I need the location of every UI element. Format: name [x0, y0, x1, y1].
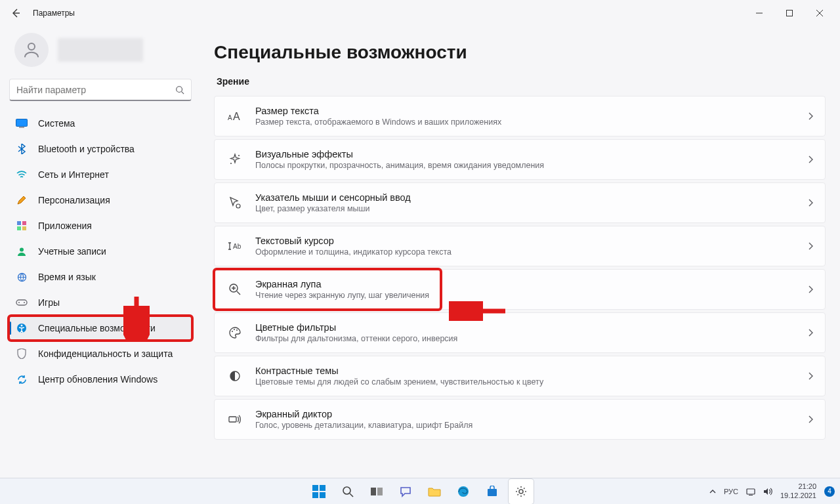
cursor-icon: [226, 194, 243, 211]
nav-item-label: Специальные возможности: [38, 323, 156, 333]
search-box[interactable]: [9, 79, 192, 101]
taskbar-taskview-button[interactable]: [364, 479, 389, 504]
card-text-cursor[interactable]: Ab Текстовый курсорОформление и толщина,…: [214, 226, 826, 266]
svg-point-24: [234, 329, 235, 330]
gamepad-icon: [16, 297, 28, 308]
minimize-button[interactable]: [744, 3, 774, 24]
nav-item-network[interactable]: Сеть и Интернет: [9, 163, 192, 186]
taskbar-start-button[interactable]: [306, 479, 331, 504]
main-content: Специальные возможности Зрение AA Размер…: [197, 26, 840, 478]
store-icon: [486, 486, 498, 497]
taskbar: РУС 21:20 19.12.2021 4: [0, 478, 840, 504]
account-block[interactable]: [9, 29, 192, 79]
tray-notification-count[interactable]: 4: [824, 486, 835, 497]
svg-rect-29: [320, 485, 326, 491]
maximize-icon: [786, 10, 793, 16]
svg-rect-36: [488, 489, 497, 496]
search-input[interactable]: [16, 85, 175, 95]
nav-item-apps[interactable]: Приложения: [9, 214, 192, 238]
card-mouse-pointer[interactable]: Указатель мыши и сенсорный вводЦвет, раз…: [214, 182, 826, 223]
chevron-right-icon: [808, 156, 813, 163]
svg-text:A: A: [228, 114, 232, 121]
close-button[interactable]: [805, 3, 835, 24]
tray-language[interactable]: РУС: [724, 488, 738, 495]
taskbar-search-button[interactable]: [335, 479, 360, 504]
card-desc: Оформление и толщина, индикатор курсора …: [255, 247, 808, 257]
card-title: Визуальные эффекты: [255, 149, 808, 159]
card-title: Цветные фильтры: [255, 322, 808, 333]
text-size-icon: AA: [226, 108, 243, 125]
windows-icon: [312, 485, 326, 498]
svg-rect-38: [747, 489, 755, 494]
svg-rect-28: [312, 485, 318, 491]
nav-item-label: Сеть и Интернет: [38, 169, 109, 180]
page-title: Специальные возможности: [214, 42, 826, 63]
card-desc: Фильтры для дальтонизма, оттенки серого,…: [255, 334, 808, 343]
back-button[interactable]: [5, 3, 26, 24]
nav-item-privacy[interactable]: Конфиденциальность и защита: [9, 342, 192, 366]
shield-icon: [16, 348, 28, 360]
taskbar-store-button[interactable]: [480, 479, 505, 504]
grid-icon: [16, 220, 28, 232]
card-visual-effects[interactable]: Визуальные эффектыПолосы прокрутки, проз…: [214, 139, 826, 180]
chevron-right-icon: [808, 372, 813, 380]
svg-rect-11: [16, 300, 27, 305]
tray-volume-icon[interactable]: [763, 488, 772, 495]
monitor-icon: [16, 117, 28, 129]
svg-point-1: [28, 43, 35, 50]
nav-item-bluetooth[interactable]: Bluetooth и устройства: [9, 137, 192, 161]
nav-item-label: Игры: [38, 297, 60, 308]
svg-rect-8: [22, 226, 26, 230]
person-icon: [16, 245, 28, 257]
svg-rect-6: [22, 221, 26, 225]
chevron-right-icon: [808, 112, 813, 120]
card-magnifier[interactable]: Экранная лупаЧтение через экранную лупу,…: [214, 269, 826, 310]
maximize-button[interactable]: [774, 3, 805, 24]
card-desc: Размер текста, отображаемого в Windows и…: [255, 117, 808, 127]
tray-chevron-up-icon[interactable]: [709, 489, 716, 494]
card-contrast-themes[interactable]: Контрастные темыЦветовые темы для людей …: [214, 356, 826, 396]
contrast-icon: [226, 368, 243, 385]
nav-item-label: Bluetooth и устройства: [38, 144, 135, 154]
nav-item-accessibility[interactable]: Специальные возможности: [9, 316, 192, 340]
card-title: Указатель мыши и сенсорный ввод: [255, 192, 808, 203]
tray-date: 19.12.2021: [780, 492, 816, 500]
nav-item-label: Учетные записи: [38, 246, 106, 257]
svg-point-2: [177, 86, 182, 92]
svg-point-19: [230, 163, 232, 164]
sparkle-icon: [226, 151, 243, 168]
card-title: Экранная лупа: [255, 279, 808, 289]
nav-item-system[interactable]: Система: [9, 112, 192, 135]
card-title: Текстовый курсор: [255, 236, 808, 246]
nav-item-label: Центр обновления Windows: [38, 374, 158, 385]
taskbar-chat-button[interactable]: [393, 479, 418, 504]
nav-item-windows-update[interactable]: Центр обновления Windows: [9, 368, 192, 391]
card-title: Контрастные темы: [255, 366, 808, 376]
search-icon: [175, 85, 184, 94]
close-icon: [816, 10, 823, 16]
svg-point-18: [238, 155, 240, 156]
taskview-icon: [371, 486, 383, 497]
nav-item-personalization[interactable]: Персонализация: [9, 188, 192, 212]
svg-point-12: [18, 302, 20, 303]
card-text-size[interactable]: AA Размер текстаРазмер текста, отображае…: [214, 96, 826, 136]
svg-point-32: [343, 487, 350, 494]
nav-item-time-language[interactable]: Время и язык: [9, 265, 192, 289]
card-desc: Цветовые темы для людей со слабым зрение…: [255, 377, 808, 387]
tray-datetime[interactable]: 21:20 19.12.2021: [780, 482, 816, 499]
wifi-icon: [16, 169, 28, 180]
nav-item-gaming[interactable]: Игры: [9, 291, 192, 314]
tray-network-icon[interactable]: [746, 488, 755, 495]
chat-icon: [400, 486, 411, 497]
svg-point-20: [236, 204, 240, 208]
taskbar-settings-button[interactable]: [509, 479, 534, 504]
svg-text:A: A: [233, 111, 240, 122]
nav-item-accounts[interactable]: Учетные записи: [9, 240, 192, 263]
taskbar-explorer-button[interactable]: [422, 479, 447, 504]
sync-icon: [16, 373, 28, 385]
card-narrator[interactable]: Экранный дикторГолос, уровень детализаци…: [214, 399, 826, 440]
card-color-filters[interactable]: Цветные фильтрыФильтры для дальтонизма, …: [214, 312, 826, 353]
nav-list: Система Bluetooth и устройства Сеть и Ин…: [9, 112, 192, 391]
taskbar-edge-button[interactable]: [451, 479, 476, 504]
svg-point-13: [24, 302, 25, 303]
